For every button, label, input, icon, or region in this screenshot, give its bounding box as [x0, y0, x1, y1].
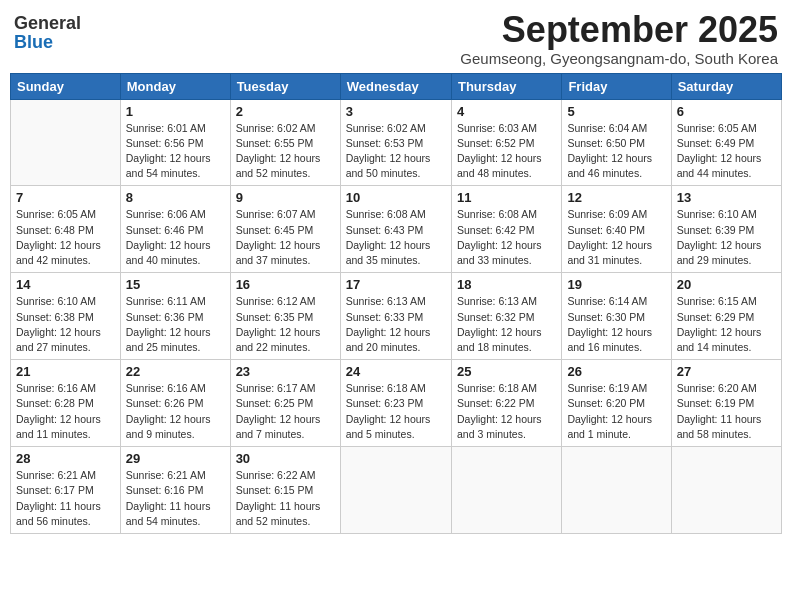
calendar-cell: [11, 99, 121, 186]
calendar-cell: 23Sunrise: 6:17 AMSunset: 6:25 PMDayligh…: [230, 360, 340, 447]
calendar-cell: 25Sunrise: 6:18 AMSunset: 6:22 PMDayligh…: [451, 360, 561, 447]
day-number: 23: [236, 364, 335, 379]
calendar-cell: [671, 447, 781, 534]
calendar-table: SundayMondayTuesdayWednesdayThursdayFrid…: [10, 73, 782, 534]
day-number: 16: [236, 277, 335, 292]
calendar-cell: 19Sunrise: 6:14 AMSunset: 6:30 PMDayligh…: [562, 273, 671, 360]
calendar-cell: 17Sunrise: 6:13 AMSunset: 6:33 PMDayligh…: [340, 273, 451, 360]
calendar-cell: 8Sunrise: 6:06 AMSunset: 6:46 PMDaylight…: [120, 186, 230, 273]
day-number: 24: [346, 364, 446, 379]
calendar-cell: 28Sunrise: 6:21 AMSunset: 6:17 PMDayligh…: [11, 447, 121, 534]
calendar-cell: 12Sunrise: 6:09 AMSunset: 6:40 PMDayligh…: [562, 186, 671, 273]
calendar-cell: 9Sunrise: 6:07 AMSunset: 6:45 PMDaylight…: [230, 186, 340, 273]
day-info: Sunrise: 6:10 AMSunset: 6:39 PMDaylight:…: [677, 207, 776, 268]
calendar-cell: 13Sunrise: 6:10 AMSunset: 6:39 PMDayligh…: [671, 186, 781, 273]
day-info: Sunrise: 6:16 AMSunset: 6:28 PMDaylight:…: [16, 381, 115, 442]
day-info: Sunrise: 6:22 AMSunset: 6:15 PMDaylight:…: [236, 468, 335, 529]
weekday-header-row: SundayMondayTuesdayWednesdayThursdayFrid…: [11, 73, 782, 99]
day-number: 15: [126, 277, 225, 292]
day-number: 2: [236, 104, 335, 119]
calendar-cell: 20Sunrise: 6:15 AMSunset: 6:29 PMDayligh…: [671, 273, 781, 360]
day-info: Sunrise: 6:06 AMSunset: 6:46 PMDaylight:…: [126, 207, 225, 268]
calendar-cell: 10Sunrise: 6:08 AMSunset: 6:43 PMDayligh…: [340, 186, 451, 273]
day-info: Sunrise: 6:13 AMSunset: 6:32 PMDaylight:…: [457, 294, 556, 355]
day-number: 8: [126, 190, 225, 205]
day-number: 4: [457, 104, 556, 119]
day-number: 12: [567, 190, 665, 205]
day-info: Sunrise: 6:17 AMSunset: 6:25 PMDaylight:…: [236, 381, 335, 442]
day-number: 28: [16, 451, 115, 466]
day-number: 1: [126, 104, 225, 119]
day-info: Sunrise: 6:04 AMSunset: 6:50 PMDaylight:…: [567, 121, 665, 182]
day-info: Sunrise: 6:11 AMSunset: 6:36 PMDaylight:…: [126, 294, 225, 355]
calendar-cell: 27Sunrise: 6:20 AMSunset: 6:19 PMDayligh…: [671, 360, 781, 447]
day-info: Sunrise: 6:05 AMSunset: 6:48 PMDaylight:…: [16, 207, 115, 268]
day-number: 14: [16, 277, 115, 292]
day-info: Sunrise: 6:12 AMSunset: 6:35 PMDaylight:…: [236, 294, 335, 355]
day-info: Sunrise: 6:03 AMSunset: 6:52 PMDaylight:…: [457, 121, 556, 182]
weekday-header-monday: Monday: [120, 73, 230, 99]
weekday-header-wednesday: Wednesday: [340, 73, 451, 99]
calendar-week-row: 1Sunrise: 6:01 AMSunset: 6:56 PMDaylight…: [11, 99, 782, 186]
day-number: 19: [567, 277, 665, 292]
calendar-cell: 1Sunrise: 6:01 AMSunset: 6:56 PMDaylight…: [120, 99, 230, 186]
calendar-week-row: 28Sunrise: 6:21 AMSunset: 6:17 PMDayligh…: [11, 447, 782, 534]
day-number: 9: [236, 190, 335, 205]
calendar-cell: 29Sunrise: 6:21 AMSunset: 6:16 PMDayligh…: [120, 447, 230, 534]
calendar-week-row: 21Sunrise: 6:16 AMSunset: 6:28 PMDayligh…: [11, 360, 782, 447]
month-title: September 2025: [460, 10, 778, 50]
calendar-cell: 16Sunrise: 6:12 AMSunset: 6:35 PMDayligh…: [230, 273, 340, 360]
day-info: Sunrise: 6:01 AMSunset: 6:56 PMDaylight:…: [126, 121, 225, 182]
day-number: 3: [346, 104, 446, 119]
day-info: Sunrise: 6:19 AMSunset: 6:20 PMDaylight:…: [567, 381, 665, 442]
day-number: 27: [677, 364, 776, 379]
day-number: 11: [457, 190, 556, 205]
day-number: 22: [126, 364, 225, 379]
calendar-cell: 26Sunrise: 6:19 AMSunset: 6:20 PMDayligh…: [562, 360, 671, 447]
day-number: 13: [677, 190, 776, 205]
title-area: September 2025 Geumseong, Gyeongsangnam-…: [460, 10, 778, 67]
calendar-cell: 7Sunrise: 6:05 AMSunset: 6:48 PMDaylight…: [11, 186, 121, 273]
calendar-cell: 30Sunrise: 6:22 AMSunset: 6:15 PMDayligh…: [230, 447, 340, 534]
logo-blue-text: Blue: [14, 32, 53, 52]
calendar-cell: 5Sunrise: 6:04 AMSunset: 6:50 PMDaylight…: [562, 99, 671, 186]
calendar-cell: 18Sunrise: 6:13 AMSunset: 6:32 PMDayligh…: [451, 273, 561, 360]
day-info: Sunrise: 6:21 AMSunset: 6:17 PMDaylight:…: [16, 468, 115, 529]
calendar-cell: 22Sunrise: 6:16 AMSunset: 6:26 PMDayligh…: [120, 360, 230, 447]
day-number: 17: [346, 277, 446, 292]
day-info: Sunrise: 6:05 AMSunset: 6:49 PMDaylight:…: [677, 121, 776, 182]
calendar-cell: 15Sunrise: 6:11 AMSunset: 6:36 PMDayligh…: [120, 273, 230, 360]
day-info: Sunrise: 6:02 AMSunset: 6:53 PMDaylight:…: [346, 121, 446, 182]
calendar-cell: 4Sunrise: 6:03 AMSunset: 6:52 PMDaylight…: [451, 99, 561, 186]
day-info: Sunrise: 6:14 AMSunset: 6:30 PMDaylight:…: [567, 294, 665, 355]
day-number: 25: [457, 364, 556, 379]
day-info: Sunrise: 6:02 AMSunset: 6:55 PMDaylight:…: [236, 121, 335, 182]
day-number: 18: [457, 277, 556, 292]
calendar-cell: 2Sunrise: 6:02 AMSunset: 6:55 PMDaylight…: [230, 99, 340, 186]
calendar-cell: 24Sunrise: 6:18 AMSunset: 6:23 PMDayligh…: [340, 360, 451, 447]
day-info: Sunrise: 6:08 AMSunset: 6:42 PMDaylight:…: [457, 207, 556, 268]
calendar-cell: [340, 447, 451, 534]
day-number: 10: [346, 190, 446, 205]
day-info: Sunrise: 6:15 AMSunset: 6:29 PMDaylight:…: [677, 294, 776, 355]
logo: General Blue: [14, 14, 159, 52]
day-number: 5: [567, 104, 665, 119]
day-info: Sunrise: 6:07 AMSunset: 6:45 PMDaylight:…: [236, 207, 335, 268]
day-number: 7: [16, 190, 115, 205]
day-info: Sunrise: 6:18 AMSunset: 6:22 PMDaylight:…: [457, 381, 556, 442]
day-number: 30: [236, 451, 335, 466]
location-subtitle: Geumseong, Gyeongsangnam-do, South Korea: [460, 50, 778, 67]
day-number: 20: [677, 277, 776, 292]
day-info: Sunrise: 6:13 AMSunset: 6:33 PMDaylight:…: [346, 294, 446, 355]
calendar-cell: 6Sunrise: 6:05 AMSunset: 6:49 PMDaylight…: [671, 99, 781, 186]
calendar-cell: [451, 447, 561, 534]
calendar-week-row: 14Sunrise: 6:10 AMSunset: 6:38 PMDayligh…: [11, 273, 782, 360]
day-info: Sunrise: 6:16 AMSunset: 6:26 PMDaylight:…: [126, 381, 225, 442]
day-info: Sunrise: 6:18 AMSunset: 6:23 PMDaylight:…: [346, 381, 446, 442]
day-number: 21: [16, 364, 115, 379]
day-info: Sunrise: 6:09 AMSunset: 6:40 PMDaylight:…: [567, 207, 665, 268]
calendar-cell: 3Sunrise: 6:02 AMSunset: 6:53 PMDaylight…: [340, 99, 451, 186]
calendar-cell: 21Sunrise: 6:16 AMSunset: 6:28 PMDayligh…: [11, 360, 121, 447]
logo-general-text: General: [14, 13, 81, 33]
weekday-header-friday: Friday: [562, 73, 671, 99]
